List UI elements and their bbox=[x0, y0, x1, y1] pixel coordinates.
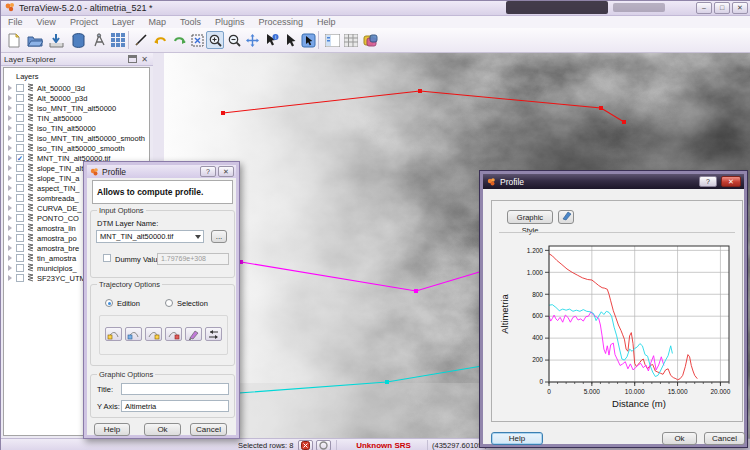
title-bar[interactable]: TerraView-5.2.0 - altimetria_521 * – □ ✕ bbox=[1, 1, 750, 16]
expand-arrow-icon[interactable] bbox=[8, 125, 12, 131]
expand-arrow-icon[interactable] bbox=[8, 105, 12, 111]
selection-radio[interactable] bbox=[165, 299, 173, 307]
profile-chart-window[interactable]: Profile ? ✕ Graphic Style 05.00010.00015… bbox=[480, 171, 747, 447]
expand-arrow-icon[interactable] bbox=[8, 265, 12, 271]
edition-radio[interactable] bbox=[105, 299, 113, 307]
expand-arrow-icon[interactable] bbox=[8, 145, 12, 151]
zoom-out-icon[interactable] bbox=[225, 31, 243, 49]
layer-checkbox[interactable] bbox=[16, 234, 24, 242]
expand-arrow-icon[interactable] bbox=[8, 185, 12, 191]
delete-vertex-button[interactable] bbox=[165, 327, 182, 341]
undo-icon[interactable] bbox=[151, 31, 169, 49]
move-vertex-button[interactable] bbox=[125, 327, 142, 341]
layer-item[interactable]: TIN_alt50000 bbox=[4, 113, 149, 123]
layers-root[interactable]: Layers bbox=[16, 72, 39, 81]
layer-checkbox[interactable] bbox=[16, 164, 24, 172]
menu-tools[interactable]: Tools bbox=[173, 17, 208, 27]
stop-drawing-button[interactable] bbox=[298, 440, 313, 450]
dialog-help-icon[interactable]: ? bbox=[200, 166, 216, 177]
dialog-help-button[interactable]: Help bbox=[94, 423, 130, 436]
layer-checkbox[interactable] bbox=[16, 204, 24, 212]
expand-arrow-icon[interactable] bbox=[8, 165, 12, 171]
menu-view[interactable]: View bbox=[30, 17, 63, 27]
expand-arrow-icon[interactable] bbox=[8, 95, 12, 101]
window-help-icon[interactable]: ? bbox=[699, 176, 717, 187]
dtm-layer-combobox[interactable]: MNT_TIN_alt50000.tif bbox=[96, 230, 204, 243]
expand-arrow-icon[interactable] bbox=[8, 275, 12, 281]
layer-checkbox[interactable] bbox=[16, 174, 24, 182]
layer-checkbox[interactable] bbox=[16, 264, 24, 272]
create-trajectory-button[interactable] bbox=[105, 327, 122, 341]
layer-checkbox[interactable] bbox=[16, 184, 24, 192]
display-panel-icon[interactable] bbox=[323, 31, 341, 49]
layer-checkbox[interactable] bbox=[16, 214, 24, 222]
zoom-extent-icon[interactable] bbox=[188, 31, 206, 49]
layer-checkbox[interactable] bbox=[16, 94, 24, 102]
layer-checkbox[interactable] bbox=[16, 114, 24, 122]
expand-arrow-icon[interactable] bbox=[8, 195, 12, 201]
menu-plugins[interactable]: Plugins bbox=[208, 17, 252, 27]
srs-indicator[interactable]: Unknown SRS bbox=[341, 441, 426, 450]
float-panel-icon[interactable] bbox=[128, 55, 137, 63]
dialog-close-icon[interactable]: ✕ bbox=[218, 166, 234, 177]
menu-processing[interactable]: Processing bbox=[251, 17, 310, 27]
layer-item[interactable]: iso_TIN_alt50000 bbox=[4, 123, 149, 133]
layer-item[interactable]: Alt_50000_l3d bbox=[4, 83, 149, 93]
color-palette-icon[interactable] bbox=[361, 31, 379, 49]
database-icon[interactable] bbox=[69, 31, 87, 49]
layer-checkbox[interactable] bbox=[16, 224, 24, 232]
expand-arrow-icon[interactable] bbox=[8, 155, 12, 161]
add-vertex-button[interactable] bbox=[145, 327, 162, 341]
save-layer-icon[interactable] bbox=[47, 31, 65, 49]
layer-checkbox[interactable] bbox=[16, 154, 24, 162]
draw-status-button[interactable] bbox=[316, 440, 331, 450]
window-ok-button[interactable]: Ok bbox=[662, 432, 697, 445]
window-help-button[interactable]: Help bbox=[491, 432, 543, 445]
minimize-button[interactable]: – bbox=[696, 2, 712, 14]
draw-line-icon[interactable] bbox=[132, 31, 150, 49]
pan-icon[interactable] bbox=[243, 31, 261, 49]
dialog-cancel-button[interactable]: Cancel bbox=[190, 423, 227, 436]
menu-layer[interactable]: Layer bbox=[105, 17, 142, 27]
profile-dialog[interactable]: Profile ? ✕ Allows to compute profile. I… bbox=[83, 161, 240, 439]
redo-icon[interactable] bbox=[170, 31, 188, 49]
expand-arrow-icon[interactable] bbox=[8, 135, 12, 141]
window-cancel-button[interactable]: Cancel bbox=[704, 432, 745, 445]
expand-arrow-icon[interactable] bbox=[8, 115, 12, 121]
new-project-icon[interactable] bbox=[5, 31, 23, 49]
selection-box-icon[interactable] bbox=[299, 31, 317, 49]
expand-arrow-icon[interactable] bbox=[8, 215, 12, 221]
expand-arrow-icon[interactable] bbox=[8, 225, 12, 231]
layer-item[interactable]: iso_TIN_alt50000_smooth bbox=[4, 143, 149, 153]
profile-dialog-titlebar[interactable]: Profile ? ✕ bbox=[87, 165, 236, 178]
expand-arrow-icon[interactable] bbox=[8, 235, 12, 241]
expand-arrow-icon[interactable] bbox=[8, 245, 12, 251]
layer-checkbox[interactable] bbox=[16, 84, 24, 92]
layer-checkbox[interactable] bbox=[16, 124, 24, 132]
expand-arrow-icon[interactable] bbox=[8, 85, 12, 91]
graphic-style-button[interactable]: Graphic Style bbox=[507, 210, 553, 224]
maximize-button[interactable]: □ bbox=[714, 2, 730, 14]
measure-tool-icon[interactable] bbox=[90, 31, 108, 49]
window-close-icon[interactable]: ✕ bbox=[721, 176, 741, 187]
menu-help[interactable]: Help bbox=[310, 17, 343, 27]
tile-view-icon[interactable] bbox=[109, 31, 127, 49]
layer-item[interactable]: Alt_50000_p3d bbox=[4, 93, 149, 103]
edit-pen-button[interactable] bbox=[185, 327, 202, 341]
browse-dtm-button[interactable]: ... bbox=[211, 230, 227, 243]
layer-checkbox[interactable] bbox=[16, 244, 24, 252]
layer-item[interactable]: iso_MNT_TIN_alt50000 bbox=[4, 103, 149, 113]
layer-checkbox[interactable] bbox=[16, 254, 24, 262]
select-arrow-icon[interactable] bbox=[281, 31, 299, 49]
chart-settings-button[interactable] bbox=[558, 210, 574, 224]
layer-checkbox[interactable] bbox=[16, 194, 24, 202]
layer-checkbox[interactable] bbox=[16, 134, 24, 142]
dummy-value-checkbox[interactable] bbox=[103, 254, 111, 262]
expand-arrow-icon[interactable] bbox=[8, 205, 12, 211]
dialog-ok-button[interactable]: Ok bbox=[144, 423, 181, 436]
open-project-icon[interactable] bbox=[26, 31, 44, 49]
menu-map[interactable]: Map bbox=[141, 17, 173, 27]
profile-window-titlebar[interactable]: Profile ? ✕ bbox=[483, 174, 744, 189]
layer-item[interactable]: iso_MNT_TIN_alt50000_smooth bbox=[4, 133, 149, 143]
y-axis-input[interactable]: Altimetria bbox=[121, 400, 229, 412]
